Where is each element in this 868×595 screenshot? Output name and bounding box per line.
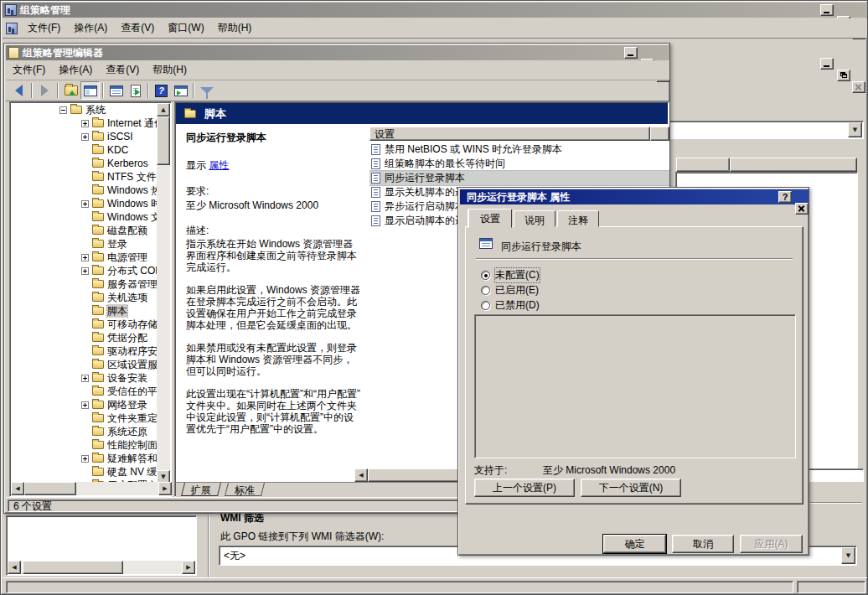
menu-file[interactable]: 文件(F) xyxy=(21,18,67,38)
toolbar-separator[interactable] xyxy=(57,83,59,98)
settings-column-header-2[interactable] xyxy=(650,127,669,141)
menu-view[interactable]: 查看(V) xyxy=(99,60,146,80)
tree-item[interactable]: 网络登录 xyxy=(11,398,158,411)
radio-icon[interactable] xyxy=(481,271,490,280)
expander-icon[interactable] xyxy=(81,267,89,275)
scroll-left-icon[interactable]: ◀ xyxy=(354,468,368,482)
help-button[interactable]: ? xyxy=(152,81,171,100)
toolbar-separator[interactable] xyxy=(193,83,194,98)
menu-help[interactable]: 帮助(H) xyxy=(146,60,194,80)
tree-item[interactable]: 分布式 COM xyxy=(11,264,158,277)
expander-icon[interactable] xyxy=(81,120,89,127)
tree-item[interactable]: 文件夹重定向 xyxy=(11,411,158,425)
tree-item[interactable]: 凭据分配 xyxy=(11,331,158,344)
toolbar-separator[interactable] xyxy=(31,83,33,98)
dialog-titlebar[interactable]: 同步运行登录脚本 属性 xyxy=(460,189,809,204)
tree-item[interactable]: 设备安装 xyxy=(11,371,158,385)
radio-option[interactable]: 已禁用(D) xyxy=(481,299,540,312)
tree-item[interactable]: 脚本 xyxy=(11,304,158,318)
dialog-help-button[interactable]: ? xyxy=(778,191,792,203)
child-minimize-button[interactable] xyxy=(820,58,834,70)
settings-list-item[interactable]: 组策略脚本的最长等待时间 xyxy=(369,157,669,171)
tree-item[interactable]: Internet 通信管理 xyxy=(11,116,158,130)
tab-settings[interactable]: 设置 xyxy=(468,209,512,228)
tree-item[interactable]: 磁盘配额 xyxy=(11,224,158,237)
radio-option[interactable]: 未配置(C) xyxy=(481,269,540,282)
back-button[interactable] xyxy=(9,81,28,100)
menu-action[interactable]: 操作(A) xyxy=(67,18,114,38)
scroll-thumb[interactable] xyxy=(157,116,170,165)
menu-action[interactable]: 操作(A) xyxy=(52,60,99,80)
expander-icon[interactable] xyxy=(81,200,89,208)
settings-list-item[interactable]: 禁用 NetBIOS 或 WINS 时允许登录脚本 xyxy=(369,142,669,157)
filter-button[interactable] xyxy=(197,81,216,100)
properties-button[interactable] xyxy=(106,81,126,100)
previous-setting-button[interactable]: 上一个设置(P) xyxy=(474,479,575,497)
scroll-left-icon[interactable]: ◀ xyxy=(8,561,21,574)
editor-minimize-button[interactable] xyxy=(624,47,638,59)
scroll-left-icon[interactable]: ◀ xyxy=(11,482,24,495)
tree-item[interactable]: Kerberos xyxy=(11,157,158,170)
expander-icon[interactable] xyxy=(81,401,89,409)
tree-item[interactable]: Windows 时间服务 xyxy=(11,197,158,210)
tree-item[interactable]: 受信任的平台模块服务 xyxy=(11,385,158,398)
tree-item[interactable]: 区域设置服务 xyxy=(11,358,158,371)
next-setting-button[interactable]: 下一个设置(N) xyxy=(581,479,681,497)
properties-link[interactable]: 属性 xyxy=(209,159,229,171)
menu-view[interactable]: 查看(V) xyxy=(114,18,161,38)
apply-button[interactable]: 应用(A) xyxy=(740,535,803,553)
cancel-button[interactable]: 取消 xyxy=(672,535,734,553)
tree-item[interactable]: KDC xyxy=(11,143,158,157)
dialog-close-button[interactable] xyxy=(795,203,809,215)
linked-gpo-hscrollbar[interactable]: ◀ ▶ xyxy=(8,561,195,574)
toolbar-separator[interactable] xyxy=(147,83,149,98)
settings-column-header[interactable]: 设置 xyxy=(369,127,650,141)
child-restore-button[interactable] xyxy=(837,70,850,81)
tree-item[interactable]: 电源管理 xyxy=(11,251,158,264)
expander-icon[interactable] xyxy=(81,254,89,261)
export-list-button[interactable] xyxy=(126,81,145,100)
tree-item[interactable]: 系统还原 xyxy=(11,425,158,438)
tab-comment[interactable]: 注释 xyxy=(557,210,599,227)
minimize-button[interactable] xyxy=(820,4,834,16)
scroll-right-icon[interactable]: ▶ xyxy=(158,482,172,495)
show-console-tree-button[interactable] xyxy=(80,81,100,100)
tree-hscrollbar[interactable]: ◀ ▶ xyxy=(11,482,172,495)
expander-icon[interactable] xyxy=(81,375,89,382)
view-tab[interactable]: 扩展 xyxy=(181,483,221,496)
tree-item[interactable]: iSCSI xyxy=(11,130,158,143)
expander-icon[interactable] xyxy=(81,133,89,141)
scroll-up-icon[interactable]: ▲ xyxy=(157,103,170,116)
expander-icon[interactable] xyxy=(59,106,67,114)
tree-item[interactable]: 登录 xyxy=(11,237,158,251)
menu-help[interactable]: 帮助(H) xyxy=(211,18,259,38)
tree-item[interactable]: 系统 xyxy=(11,103,158,116)
expander-icon[interactable] xyxy=(81,455,89,463)
menu-window[interactable]: 窗口(W) xyxy=(161,18,210,38)
tab-explain[interactable]: 说明 xyxy=(514,210,555,227)
up-one-level-button[interactable] xyxy=(61,81,80,100)
bg-list-colheader-1[interactable] xyxy=(676,158,730,172)
combo-dropdown-icon[interactable]: ▼ xyxy=(848,122,862,137)
tree-item[interactable]: 疑难解答和诊断 xyxy=(11,452,158,465)
radio-option[interactable]: 已启用(E) xyxy=(481,284,540,297)
extended-view-button[interactable] xyxy=(171,81,190,100)
wmi-combo-dropdown-icon[interactable]: ▼ xyxy=(841,547,855,564)
radio-icon[interactable] xyxy=(481,301,490,310)
scroll-right-icon[interactable]: ▶ xyxy=(182,561,195,574)
root-titlebar[interactable]: 组策略管理 xyxy=(3,3,867,18)
bg-list-colheader-2[interactable] xyxy=(730,158,857,172)
radio-icon[interactable] xyxy=(481,286,490,295)
view-tab[interactable]: 标准 xyxy=(225,483,265,496)
tree-item[interactable]: 可移动存储访问 xyxy=(11,318,158,331)
menu-file[interactable]: 文件(F) xyxy=(6,60,52,80)
tree-item[interactable]: Windows 热启动 xyxy=(11,184,158,197)
forward-button[interactable] xyxy=(35,81,54,100)
editor-titlebar[interactable]: 组策略管理编辑器 xyxy=(6,45,669,60)
tree-item[interactable]: 硬盘 NV 缓存 xyxy=(11,465,158,479)
scroll-thumb[interactable] xyxy=(23,561,123,574)
scroll-thumb[interactable] xyxy=(24,482,76,495)
tree-item[interactable]: Windows 文件保护 xyxy=(11,210,158,224)
tree-item[interactable]: 驱动程序安装 xyxy=(11,344,158,358)
tree-vscrollbar[interactable]: ▲ ▼ xyxy=(157,103,170,484)
